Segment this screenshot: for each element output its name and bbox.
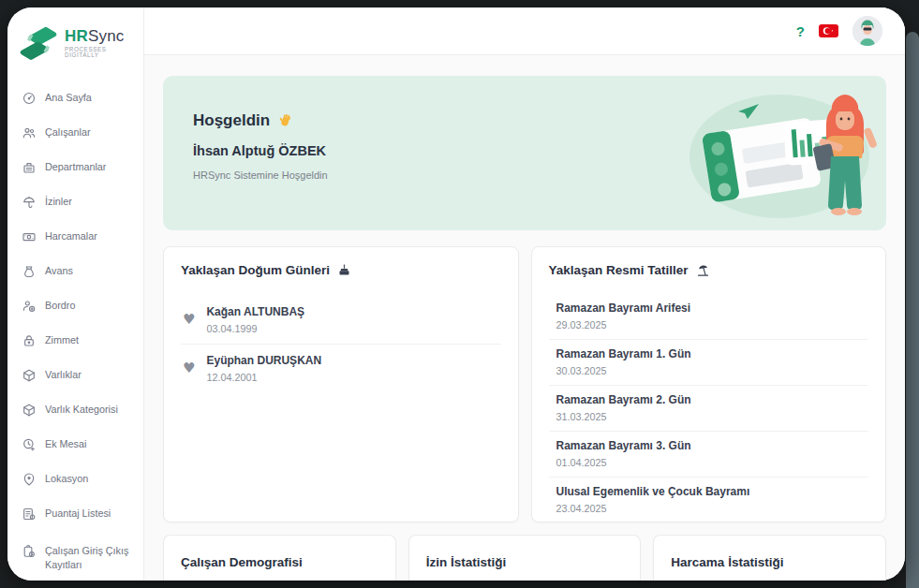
sidebar-item-giris-cikis-kayitlari[interactable]: Çalışan Giriş Çıkış Kayıtları — [7, 531, 143, 571]
sidebar-item-departmanlar[interactable]: Departmanlar — [7, 150, 143, 184]
sidebar-item-label: İzinler — [45, 195, 72, 209]
sidebar-item-lokasyon[interactable]: Lokasyon — [7, 462, 143, 496]
holiday-name: Ramazan Bayramı 3. Gün — [556, 439, 867, 452]
hrsync-logo-icon — [19, 26, 58, 60]
sidebar-item-ana-sayfa[interactable]: Ana Sayfa — [7, 81, 143, 115]
sidebar-item-bordro[interactable]: Bordro — [7, 288, 143, 323]
holiday-date: 01.04.2025 — [556, 457, 867, 468]
sidebar-item-label: Puantaj Listesi — [45, 507, 111, 521]
holiday-list: Ramazan Bayramı Arifesi 29.03.2025 Ramaz… — [549, 294, 869, 522]
sidebar-item-label: Ek Mesai — [45, 437, 86, 451]
holiday-date: 30.03.2025 — [556, 365, 867, 376]
beach-umbrella-icon — [696, 263, 710, 277]
holiday-name: Ramazan Bayramı 2. Gün — [556, 393, 867, 406]
birthday-list: ♥ Kağan ALTUNBAŞ 03.04.1999 ♥ Eyüphan DU… — [181, 296, 501, 392]
box-icon — [22, 403, 37, 418]
list-item[interactable]: ♥ Eyüphan DURUŞKAN 12.04.2001 — [181, 344, 501, 392]
logo-sync: Sync — [88, 27, 125, 45]
holiday-name: Ulusal Egemenlik ve Çocuk Bayramı — [556, 485, 867, 498]
sidebar-item-label: Zimmet — [45, 333, 79, 347]
sidebar-item-avans[interactable]: Avans — [7, 254, 143, 288]
birthdays-card: Yaklaşan Doğum Günleri ♥ — [163, 246, 519, 522]
sidebar-item-ek-mesai[interactable]: Ek Mesai — [7, 427, 143, 462]
sidebar-item-label: Varlıklar — [45, 368, 82, 382]
help-button[interactable]: ? — [796, 23, 805, 39]
holiday-name: Ramazan Bayramı Arifesi — [556, 301, 867, 315]
main-area: ? — [144, 7, 905, 581]
payroll-icon — [22, 299, 37, 314]
umbrella-icon — [22, 195, 37, 210]
user-avatar[interactable] — [852, 16, 882, 46]
holidays-card-title: Yaklaşan Resmi Tatiller — [549, 263, 869, 277]
stats-row: Çalışan Demografisi İzin İstatistiği Har… — [163, 535, 886, 581]
sidebar-item-calisanlar[interactable]: Çalışanlar — [7, 115, 143, 150]
clipboard-clock-icon — [22, 544, 37, 559]
map-pin-icon — [22, 472, 37, 487]
greeting-text: Hoşgeldin — [193, 111, 270, 130]
holidays-card: Yaklaşan Resmi Tatiller Ramazan Bayramı … — [531, 246, 887, 522]
list-item[interactable]: Ulusal Egemenlik ve Çocuk Bayramı 23.04.… — [549, 477, 869, 522]
sidebar-item-varlik-kategorisi[interactable]: Varlık Kategorisi — [7, 392, 143, 427]
sidebar-item-label: Ana Sayfa — [45, 91, 92, 105]
list-item[interactable]: Ramazan Bayramı 3. Gün 01.04.2025 — [549, 431, 869, 477]
sidebar-item-label: Çalışan Giriş Çıkış Kayıtları — [45, 538, 134, 571]
birthdays-card-title: Yaklaşan Doğum Günleri — [181, 263, 501, 277]
top-bar: ? — [144, 7, 905, 55]
dashboard-illustration — [680, 81, 879, 228]
sidebar-item-label: Lokasyon — [45, 472, 88, 486]
sidebar-item-izinler[interactable]: İzinler — [7, 184, 143, 219]
holiday-date: 23.04.2025 — [556, 503, 867, 514]
waving-hand-icon — [277, 113, 293, 129]
box-icon — [22, 368, 37, 383]
users-icon — [22, 125, 37, 140]
sidebar: HRSync PROCESSES DIGITALLY Ana Sayfa Çal… — [7, 7, 144, 581]
lock-icon — [22, 333, 37, 348]
sidebar-item-zimmet[interactable]: Zimmet — [7, 323, 143, 358]
logo-text: HRSync PROCESSES DIGITALLY — [65, 28, 134, 59]
stat-card-title: Harcama İstatistiği — [671, 555, 868, 569]
sidebar-menu: Ana Sayfa Çalışanlar Departmanlar İzinle… — [7, 75, 143, 577]
turkish-flag-icon[interactable] — [819, 24, 838, 37]
timesheet-icon — [22, 507, 37, 522]
sidebar-item-label: Harcamalar — [45, 229, 97, 243]
lists-row: Yaklaşan Doğum Günleri ♥ — [163, 246, 886, 522]
heart-icon: ♥ — [183, 313, 195, 327]
holiday-name: Ramazan Bayramı 1. Gün — [556, 347, 867, 360]
sidebar-item-label: Bordro — [45, 299, 75, 313]
birthday-date: 12.04.2001 — [206, 372, 321, 383]
birthday-name: Eyüphan DURUŞKAN — [206, 354, 321, 367]
birthday-date: 03.04.1999 — [206, 323, 304, 334]
department-icon — [22, 160, 37, 175]
holiday-date: 29.03.2025 — [556, 319, 867, 331]
sidebar-item-puantaj-listesi[interactable]: Puantaj Listesi — [7, 496, 143, 531]
welcome-banner: Hoşgeldin İhsan Alptuğ ÖZBEK HRSync Sist… — [163, 76, 886, 230]
clock-plus-icon — [22, 437, 37, 452]
app-logo[interactable]: HRSync PROCESSES DIGITALLY — [7, 21, 143, 75]
expense-statistics-card: Harcama İstatistiği — [653, 535, 886, 581]
birthday-name: Kağan ALTUNBAŞ — [206, 305, 304, 318]
list-item[interactable]: ♥ Kağan ALTUNBAŞ 03.04.1999 — [181, 296, 501, 344]
sidebar-item-varliklar[interactable]: Varlıklar — [7, 358, 143, 392]
sidebar-item-harcamalar[interactable]: Harcamalar — [7, 219, 143, 254]
holiday-date: 31.03.2025 — [556, 411, 867, 422]
money-bag-icon — [22, 264, 37, 279]
list-item[interactable]: Ramazan Bayramı 2. Gün 31.03.2025 — [549, 385, 869, 431]
sidebar-item-label: Varlık Kategorisi — [45, 403, 118, 417]
dashboard-content: Hoşgeldin İhsan Alptuğ ÖZBEK HRSync Sist… — [144, 55, 905, 581]
stat-card-title: Çalışan Demografisi — [181, 555, 378, 569]
logo-tagline: PROCESSES DIGITALLY — [65, 47, 134, 59]
browser-scrollbar[interactable] — [906, 32, 919, 588]
logo-hr: HR — [65, 27, 88, 45]
gauge-icon — [22, 91, 37, 106]
stat-card-title: İzin İstatistiği — [426, 555, 624, 569]
heart-icon: ♥ — [183, 361, 195, 375]
list-item[interactable]: Ramazan Bayramı Arifesi 29.03.2025 — [549, 294, 869, 339]
birthdays-title-text: Yaklaşan Doğum Günleri — [181, 263, 330, 277]
leave-statistics-card: İzin İstatistiği — [408, 535, 642, 581]
sidebar-item-label: Avans — [45, 264, 73, 278]
app-window: HRSync PROCESSES DIGITALLY Ana Sayfa Çal… — [7, 7, 905, 581]
list-item[interactable]: Ramazan Bayramı 1. Gün 30.03.2025 — [549, 339, 869, 385]
employee-demographics-card: Çalışan Demografisi — [163, 535, 396, 581]
money-note-icon — [22, 229, 37, 244]
sidebar-item-label: Departmanlar — [45, 160, 106, 174]
